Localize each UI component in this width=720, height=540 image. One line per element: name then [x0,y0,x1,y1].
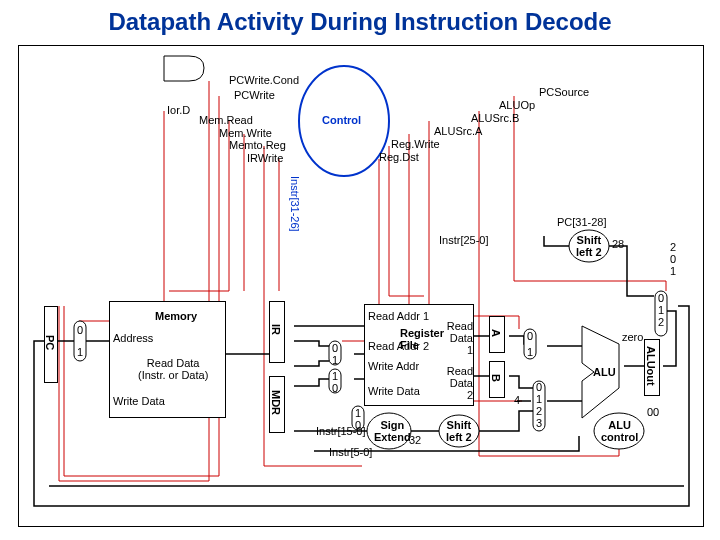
mux-iord-0: 0 [77,324,83,336]
shiftleft2b-label: Shift left 2 [446,419,472,443]
mux-rdst-1: 1 [332,354,338,366]
alusrca-label: ALUSrc.A [434,125,482,137]
memtoreg-label: Memto.Reg [229,139,286,151]
readaddr1-label: Read Addr 1 [368,310,429,322]
mux-wdst-0: 0 [332,382,338,394]
pc31-28-label: PC[31-28] [557,216,607,228]
mux-wdst-1: 1 [332,370,338,382]
instr5-0-label: Instr[5-0] [329,446,372,458]
mux-mtr-1: 1 [355,407,361,419]
page-title: Datapath Activity During Instruction Dec… [0,0,720,36]
mux-pcsrc-2a: 2 [670,241,676,253]
control-block: Control [322,114,361,126]
alusrcb-label: ALUSrc.B [471,112,519,124]
memwrite-label: Mem.Write [219,127,272,139]
mux-pcsrc-0a: 0 [670,253,676,265]
regwrite-label: Reg.Write [391,138,440,150]
mux-srca-1: 1 [527,346,533,358]
mux-pcsrc-1a: 1 [670,265,676,277]
writedata-rf-label: Write Data [368,385,420,397]
aluctrl-label: ALU control [601,419,638,443]
regdst-label: Reg.Dst [379,151,419,163]
zero-label: zero [622,331,643,343]
instr25-0-label: Instr[25-0] [439,234,489,246]
readdata2-label: Read Data 2 [443,365,473,401]
pcwritecond-label: PCWrite.Cond [229,74,299,86]
regfile-block: Read Addr 1 Register File Read Addr 2 Wr… [364,304,474,406]
address-label: Address [113,332,153,344]
pc-block: PC [44,306,58,383]
memread-label: Mem.Read [199,114,253,126]
mux-srcb-3: 3 [536,417,542,429]
memory-block: Memory Address Read Data (Instr. or Data… [109,301,226,418]
aluout-block: ALUout [644,339,660,396]
writeaddr-label: Write Addr [368,360,419,372]
mux-pcsrc-2: 2 [658,316,664,328]
alu-label: ALU [593,366,616,378]
pcsource-label: PCSource [539,86,589,98]
mux-pcsrc-1: 1 [658,304,664,316]
mux-pcsrc-0: 0 [658,292,664,304]
b-reg: B [489,361,505,398]
mux-srca-0: 0 [527,330,533,342]
datapath-diagram: Control PCWrite.Cond PCWrite Ior.D Mem.R… [18,45,704,527]
const-00: 00 [647,406,659,418]
a-reg: A [489,316,505,353]
mdr-block: MDR [269,376,285,433]
mux-srcb-2: 2 [536,405,542,417]
mux-iord-1: 1 [77,346,83,358]
signext-label: Sign Extend [374,419,411,443]
mux-rdst-0: 0 [332,342,338,354]
readaddr2-label: Read Addr 2 [368,340,429,352]
irwrite-label: IRWrite [247,152,283,164]
const-28: 28 [612,238,624,250]
ir-block: IR [269,301,285,363]
readdata1-label: Read Data 1 [443,320,473,356]
iord-label: Ior.D [167,104,190,116]
writedata-mem-label: Write Data [113,395,165,407]
const-32: 32 [409,434,421,446]
aluop-label: ALUOp [499,99,535,111]
mux-srcb-0: 0 [536,381,542,393]
shiftleft2a-label: Shift left 2 [576,234,602,258]
mux-srcb-1: 1 [536,393,542,405]
const-4: 4 [514,394,520,406]
readdata-label: Read Data (Instr. or Data) [138,357,208,381]
instr31-26-label: Instr[31-26] [289,176,301,232]
mux-mtr-0: 0 [355,419,361,431]
pcwrite-label: PCWrite [234,89,275,101]
